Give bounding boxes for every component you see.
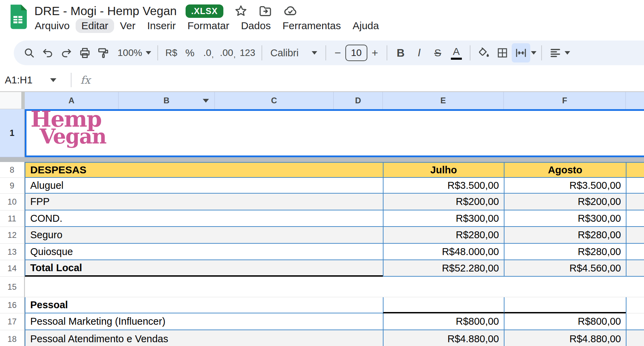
redo-icon[interactable] bbox=[57, 43, 76, 62]
cell-A11[interactable]: COND. bbox=[25, 210, 383, 227]
cloud-saved-icon[interactable] bbox=[283, 4, 298, 18]
format-currency-button[interactable]: R$ bbox=[162, 43, 181, 62]
cell-E18[interactable]: R$4.880,00 bbox=[383, 330, 504, 346]
cell-G12[interactable] bbox=[626, 227, 644, 244]
cell-F12[interactable]: R$280,00 bbox=[504, 227, 626, 244]
cell-A16[interactable]: Pessoal bbox=[25, 297, 383, 313]
cell-F17[interactable]: R$800,00 bbox=[504, 313, 626, 330]
cell-F13[interactable]: R$280,00 bbox=[504, 244, 626, 260]
cell-G14[interactable] bbox=[626, 260, 644, 277]
cell-G16[interactable] bbox=[626, 297, 644, 313]
cell-G9[interactable] bbox=[626, 178, 644, 194]
cell-G13[interactable] bbox=[626, 244, 644, 260]
cell-E16[interactable] bbox=[383, 297, 504, 313]
cell-A12[interactable]: Seguro bbox=[25, 227, 383, 244]
menu-ajuda[interactable]: Ajuda bbox=[347, 19, 385, 33]
row-header-11[interactable]: 11 bbox=[0, 210, 25, 227]
cell-E9[interactable]: R$3.500,00 bbox=[383, 178, 504, 194]
menu-arquivo[interactable]: Arquivo bbox=[29, 19, 76, 33]
column-header-c[interactable]: C bbox=[215, 92, 334, 109]
cell-A17[interactable]: Pessoal Marketing (Influencer) bbox=[25, 313, 383, 330]
column-header-b[interactable]: B bbox=[119, 92, 215, 109]
italic-button[interactable]: I bbox=[410, 43, 429, 62]
align-options-chevron-icon[interactable] bbox=[565, 51, 570, 55]
increase-font-size-button[interactable]: + bbox=[367, 43, 382, 62]
row-header-1[interactable]: 1 bbox=[0, 109, 25, 157]
column-b-menu-icon[interactable] bbox=[203, 99, 209, 103]
merge-options-chevron-icon[interactable] bbox=[531, 51, 536, 55]
document-title[interactable]: DRE - Mogi - Hemp Vegan bbox=[34, 4, 177, 18]
merge-cells-button[interactable] bbox=[512, 43, 530, 62]
bold-button[interactable]: B bbox=[391, 43, 410, 62]
print-icon[interactable] bbox=[76, 43, 94, 62]
strikethrough-button[interactable]: S bbox=[429, 43, 447, 62]
row-header-9[interactable]: 9 bbox=[0, 178, 25, 194]
hidden-rows-band[interactable] bbox=[0, 157, 644, 162]
row-header-16[interactable]: 16 bbox=[0, 297, 25, 313]
row-header-12[interactable]: 12 bbox=[0, 227, 25, 244]
cell-A10[interactable]: FPP bbox=[25, 194, 383, 210]
cell-A18[interactable]: Pessoal Atendimento e Vendas bbox=[25, 330, 383, 346]
cell-F11[interactable]: R$300,00 bbox=[504, 210, 626, 227]
decrease-decimals-button[interactable]: .0, bbox=[199, 43, 218, 62]
decrease-font-size-button[interactable]: − bbox=[330, 43, 345, 62]
format-percent-button[interactable]: % bbox=[181, 43, 199, 62]
row-header-15[interactable]: 15 bbox=[0, 277, 25, 297]
cell-G10[interactable] bbox=[626, 194, 644, 210]
row-header-13[interactable]: 13 bbox=[0, 244, 25, 260]
fill-color-icon[interactable] bbox=[475, 43, 493, 62]
zoom-select[interactable]: 100% bbox=[115, 43, 153, 62]
cell-E11[interactable]: R$300,00 bbox=[383, 210, 504, 227]
sheets-logo-icon[interactable] bbox=[9, 4, 27, 29]
cell-E12[interactable]: R$280,00 bbox=[383, 227, 504, 244]
menu-ver[interactable]: Ver bbox=[114, 19, 141, 33]
cell-G18[interactable] bbox=[626, 330, 644, 346]
formula-input[interactable] bbox=[90, 69, 644, 91]
paint-format-icon[interactable] bbox=[94, 43, 113, 62]
font-select[interactable]: Calibri bbox=[266, 43, 321, 62]
horizontal-align-button[interactable] bbox=[546, 43, 565, 62]
undo-icon[interactable] bbox=[38, 43, 57, 62]
cell-E15[interactable] bbox=[383, 277, 504, 297]
cell-A13[interactable]: Quiosque bbox=[25, 244, 383, 260]
cell-F18[interactable]: R$4.880,00 bbox=[504, 330, 626, 346]
increase-decimals-button[interactable]: .00, bbox=[218, 43, 238, 62]
cell-E17[interactable]: R$800,00 bbox=[383, 313, 504, 330]
cell-A14[interactable]: Total Local bbox=[25, 260, 383, 277]
cell-G15[interactable] bbox=[626, 277, 644, 297]
menu-ferramentas[interactable]: Ferramentas bbox=[277, 19, 347, 33]
cell-E13[interactable]: R$48.000,00 bbox=[383, 244, 504, 260]
row-header-14[interactable]: 14 bbox=[0, 260, 25, 277]
menu-editar[interactable]: Editar bbox=[76, 19, 114, 33]
row-header-8[interactable]: 8 bbox=[0, 162, 25, 178]
column-header-d[interactable]: D bbox=[334, 92, 383, 109]
column-header-g[interactable] bbox=[626, 92, 644, 109]
cell-F14[interactable]: R$4.560,00 bbox=[504, 260, 626, 277]
select-all-corner[interactable] bbox=[0, 92, 21, 109]
search-icon[interactable] bbox=[20, 43, 38, 62]
column-header-f[interactable]: F bbox=[504, 92, 626, 109]
menu-formatar[interactable]: Formatar bbox=[181, 19, 235, 33]
row-header-17[interactable]: 17 bbox=[0, 313, 25, 330]
cell-F9[interactable]: R$3.500,00 bbox=[504, 178, 626, 194]
row-header-10[interactable]: 10 bbox=[0, 194, 25, 210]
font-size-input[interactable]: 10 bbox=[345, 45, 367, 61]
cell-F8[interactable]: Agosto bbox=[504, 162, 626, 178]
cell-A9[interactable]: Aluguel bbox=[25, 178, 383, 194]
cell-G8[interactable] bbox=[626, 162, 644, 178]
cell-E8[interactable]: Julho bbox=[383, 162, 504, 178]
text-color-button[interactable]: A bbox=[447, 43, 466, 62]
borders-icon[interactable] bbox=[493, 43, 512, 62]
star-icon[interactable] bbox=[234, 4, 247, 18]
cell-E14[interactable]: R$52.280,00 bbox=[383, 260, 504, 277]
row-header-18[interactable]: 18 bbox=[0, 330, 25, 346]
menu-inserir[interactable]: Inserir bbox=[141, 19, 181, 33]
cell-A15[interactable] bbox=[25, 277, 383, 297]
column-header-e[interactable]: E bbox=[383, 92, 504, 109]
move-folder-icon[interactable] bbox=[258, 4, 272, 18]
more-formats-button[interactable]: 123 bbox=[238, 43, 257, 62]
name-box-chevron-icon[interactable] bbox=[50, 78, 56, 82]
name-box[interactable]: A1:H1 bbox=[5, 74, 46, 86]
cell-G17[interactable] bbox=[626, 313, 644, 330]
cell-G11[interactable] bbox=[626, 210, 644, 227]
